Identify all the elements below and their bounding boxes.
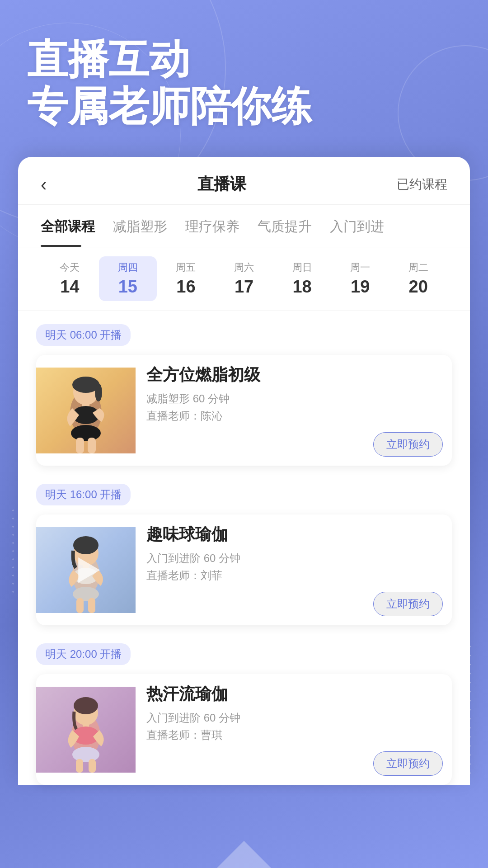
- session-time-1: 明天 06:00 开播: [36, 324, 131, 346]
- tab-therapy[interactable]: 理疗保养: [185, 205, 253, 247]
- course-info-2: 趣味球瑜伽 入门到进阶 60 分钟 直播老师：刘菲 立即预约: [136, 514, 452, 625]
- course-teacher-2: 直播老师：刘菲: [146, 568, 443, 583]
- book-button-2[interactable]: 立即预约: [373, 592, 443, 616]
- course-card-3: 热汗流瑜伽 入门到进阶 60 分钟 直播老师：曹琪 立即预约: [36, 674, 452, 785]
- svg-point-3: [95, 383, 102, 401]
- svg-point-22: [72, 747, 99, 762]
- instructor-figure-3: [36, 687, 136, 773]
- hero-section: 直播互动 专属老师陪你练: [0, 0, 488, 157]
- svg-rect-15: [76, 598, 84, 613]
- instructor-figure-1: [36, 368, 136, 453]
- course-info-1: 全方位燃脂初级 减脂塑形 60 分钟 直播老师：陈沁 立即预约: [136, 355, 452, 466]
- svg-point-6: [71, 425, 101, 441]
- date-sat[interactable]: 周六 17: [215, 256, 273, 301]
- tab-slim-shape[interactable]: 减脂塑形: [113, 205, 181, 247]
- svg-rect-23: [76, 759, 83, 773]
- card-header: ‹ 直播课 已约课程: [18, 157, 470, 205]
- course-category-1: 减脂塑形 60 分钟: [146, 392, 443, 406]
- back-button[interactable]: ‹: [41, 175, 47, 193]
- app-card: ‹ 直播课 已约课程 全部课程 减脂塑形 理疗保养 气质提升 入门到进 今天 1…: [18, 157, 470, 785]
- course-teacher-3: 直播老师：曹琪: [146, 728, 443, 742]
- course-card-1: 全方位燃脂初级 减脂塑形 60 分钟 直播老师：陈沁 立即预约: [36, 355, 452, 466]
- course-info-3: 热汗流瑜伽 入门到进阶 60 分钟 直播老师：曹琪 立即预约: [136, 674, 452, 785]
- date-tue[interactable]: 周二 20: [389, 256, 447, 301]
- tab-all-courses[interactable]: 全部课程: [41, 205, 108, 247]
- svg-point-19: [74, 697, 98, 714]
- book-button-1[interactable]: 立即预约: [373, 432, 443, 457]
- date-picker: 今天 14 周四 15 周五 16 周六 17 周日 18 周一 19 周二 2…: [18, 247, 470, 311]
- svg-rect-24: [89, 759, 96, 773]
- course-name-3: 热汗流瑜伽: [146, 683, 443, 705]
- date-thu[interactable]: 周四 15: [99, 256, 157, 301]
- svg-point-14: [73, 587, 99, 601]
- hero-line1: 直播互动: [27, 36, 461, 83]
- course-category-3: 入门到进阶 60 分钟: [146, 711, 443, 725]
- date-fri[interactable]: 周五 16: [157, 256, 215, 301]
- play-icon-2: [78, 557, 100, 583]
- booked-courses-link[interactable]: 已约课程: [397, 176, 447, 193]
- svg-rect-8: [88, 438, 96, 453]
- hero-line2: 专属老师陪你练: [27, 83, 461, 130]
- course-name-2: 趣味球瑜伽: [146, 524, 443, 546]
- category-tabs: 全部课程 减脂塑形 理疗保养 气质提升 入门到进: [18, 205, 470, 247]
- svg-rect-7: [76, 438, 84, 453]
- course-thumb-3: [36, 687, 136, 773]
- date-sun[interactable]: 周日 18: [273, 256, 331, 301]
- bottom-triangle: [217, 841, 271, 868]
- course-thumb-1: [36, 368, 136, 453]
- course-category-2: 入门到进阶 60 分钟: [146, 551, 443, 566]
- svg-point-11: [73, 536, 99, 554]
- tab-intro[interactable]: 入门到进: [330, 205, 398, 247]
- course-teacher-1: 直播老师：陈沁: [146, 409, 443, 423]
- session-time-3: 明天 20:00 开播: [36, 643, 131, 665]
- course-list: 明天 06:00 开播: [18, 311, 470, 785]
- course-name-1: 全方位燃脂初级: [146, 364, 443, 386]
- session-time-2: 明天 16:00 开播: [36, 484, 131, 505]
- date-mon[interactable]: 周一 19: [331, 256, 389, 301]
- course-thumb-2: [36, 527, 136, 613]
- page-title: 直播课: [197, 173, 246, 195]
- date-today[interactable]: 今天 14: [41, 256, 99, 301]
- tab-style[interactable]: 气质提升: [258, 205, 325, 247]
- course-card-2: 趣味球瑜伽 入门到进阶 60 分钟 直播老师：刘菲 立即预约: [36, 514, 452, 625]
- book-button-3[interactable]: 立即预约: [373, 751, 443, 776]
- svg-rect-16: [88, 598, 95, 613]
